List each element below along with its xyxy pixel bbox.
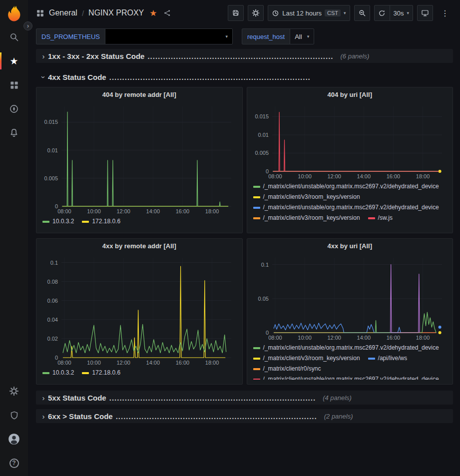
row-panel-count: (4 panels) [323,394,352,402]
legend-item[interactable]: /_matrix/client/unstable/org.matrix.msc2… [253,202,439,213]
save-dashboard-button[interactable] [228,5,244,21]
sidebar-item-dashboards[interactable] [0,73,28,97]
x-tick-label: 16:00 [176,208,190,214]
legend-label: /_matrix/client/r0/sync [263,364,321,374]
legend-item[interactable]: 172.18.0.6 [82,368,120,378]
refresh-button-group: 30s ▾ [374,5,414,21]
legend-label: /_matrix/client/unstable/org.matrix.msc2… [263,374,439,380]
time-series-chart[interactable]: 08:0010:0012:0014:0016:0018:0000.0050.01… [247,102,453,180]
sidebar-item-configuration[interactable] [0,379,28,403]
legend-item[interactable]: /_matrix/client/v3/room_keys/version [253,192,360,202]
legend-item[interactable]: /api/live/ws [368,353,408,364]
sidebar-item-favorites[interactable]: ★ [0,49,28,73]
breadcrumb-folder[interactable]: General [49,8,77,17]
legend: 10.0.3.2172.18.0.6 [36,368,242,378]
favorite-star-icon[interactable]: ★ [149,9,157,17]
sidebar-item-alerting[interactable] [0,121,28,145]
cycle-view-mode-button[interactable] [417,5,433,21]
x-tick-label: 12:00 [116,360,130,366]
time-series-chart[interactable]: 08:0010:0012:0014:0016:0018:0000.020.040… [36,254,242,367]
chevron-down-icon: ▾ [226,34,228,39]
legend-swatch [253,347,260,349]
legend-swatch [253,379,260,380]
sidebar-item-help[interactable]: ? [0,451,28,475]
legend-item[interactable]: /_matrix/client/unstable/org.matrix.msc2… [253,343,439,353]
kebab-icon: ⋮ [441,8,449,18]
row-drag-handle[interactable] [442,51,450,61]
x-tick-label: 18:00 [416,335,430,341]
share-icon[interactable] [163,9,171,17]
x-tick-label: 10:00 [87,360,101,366]
breadcrumb: General / NGINX PROXY ★ [36,8,171,17]
panel-title[interactable]: 404 by uri [All] [247,87,453,102]
dashboard-title[interactable]: NGINX PROXY [88,8,144,17]
timezone-badge: CST [325,9,341,16]
legend-item[interactable]: 10.0.3.2 [42,216,74,227]
refresh-interval-select[interactable]: 30s ▾ [390,5,414,21]
help-icon: ? [9,459,19,468]
panel-title[interactable]: 4xx by uri [All] [247,239,453,254]
row-4xx-status-code[interactable]: › 4xx Status Code ......................… [36,70,453,84]
x-tick-label: 14:00 [146,208,160,214]
legend-swatch [253,186,260,188]
legend-item[interactable]: 10.0.3.2 [42,368,74,378]
row-drag-handle[interactable] [442,412,450,421]
legend-label: /_matrix/client/unstable/org.matrix.msc2… [263,202,439,213]
panel-title[interactable]: 404 by remote addr [All] [36,87,242,102]
legend-item[interactable]: /_matrix/client/r0/sync [253,364,321,374]
x-tick-label: 14:00 [357,173,371,179]
variable-datasource: DS_PROMETHEUS ▾ [36,28,233,44]
row-5xx-status-code[interactable]: › 5xx Status Code ......................… [36,391,453,405]
legend-item[interactable]: /_matrix/client/unstable/org.matrix.msc2… [253,374,439,380]
row-title-dots: ........................................… [109,394,316,402]
legend-item[interactable]: 172.18.0.6 [82,216,120,227]
x-tick-label: 18:00 [205,360,219,366]
dashboard-variables-bar: DS_PROMETHEUS ▾ request_host All ▾ [28,26,460,47]
chart-svg: 08:0010:0012:0014:0016:0018:0000.020.040… [41,254,237,367]
chevron-right-icon: › [27,23,29,29]
x-tick-label: 14:00 [357,335,371,341]
row-1xx-3xx-2xx-status-code[interactable]: › 1xx - 3xx - 2xx Status Code ..........… [36,49,453,63]
series-line [273,112,439,171]
sidebar-item-server-admin[interactable] [0,403,28,427]
request-host-variable-select[interactable]: All ▾ [290,28,314,44]
dashboard-canvas: › 1xx - 3xx - 2xx Status Code ..........… [28,47,460,423]
grafana-logo[interactable] [2,2,25,25]
time-series-chart[interactable]: 08:0010:0012:0014:0016:0018:0000.0050.01… [36,102,242,215]
sidebar-expand-button[interactable]: › [23,21,32,30]
shield-icon [9,411,19,420]
legend-label: /_matrix/client/v3/room_keys/version [263,192,360,202]
zoom-out-button[interactable] [354,5,370,21]
sidebar-item-profile[interactable] [0,427,28,451]
panel-4xx-by-remote-addr-all: 4xx by remote addr [All]08:0010:0012:001… [36,238,243,385]
star-icon: ★ [9,56,18,66]
x-tick-label: 16:00 [386,173,400,179]
sidebar-item-explore[interactable] [0,97,28,121]
legend-item[interactable]: /sw.js [368,213,393,222]
legend-item[interactable]: /_matrix/client/v3/room_keys/version [253,353,360,364]
legend-item[interactable]: /_matrix/client/unstable/org.matrix.msc2… [253,181,439,192]
x-tick-label: 16:00 [176,360,190,366]
legend-swatch [253,207,260,209]
legend-swatch [253,196,260,198]
more-options-button[interactable]: ⋮ [437,5,453,21]
x-tick-label: 10:00 [87,208,101,214]
row-drag-handle[interactable] [442,393,450,403]
time-range-picker[interactable]: Last 12 hours CST ▾ [268,5,350,21]
refresh-button[interactable] [374,5,390,21]
datasource-variable-select[interactable]: ▾ [105,28,233,44]
legend-label: /_matrix/client/v3/room_keys/version [263,353,360,364]
row-6xx-status-code[interactable]: › 6xx > Status Code ....................… [36,409,453,423]
dashboard-settings-button[interactable] [248,5,264,21]
time-range-label: Last 12 hours [282,9,322,17]
sidebar-bottom: ? [0,379,28,476]
chevron-down-icon: › [39,72,48,81]
sidebar-item-search[interactable] [0,25,28,49]
series-line [274,323,401,333]
y-tick-label: 0.08 [47,279,58,285]
y-tick-label: 0.06 [47,298,58,304]
time-series-chart[interactable]: 08:0010:0012:0014:0016:0018:0000.050.1 [247,254,453,342]
legend-item[interactable]: /_matrix/client/v3/room_keys/version [253,213,360,222]
panel-title[interactable]: 4xx by remote addr [All] [36,239,242,254]
zoom-out-icon [358,9,366,17]
